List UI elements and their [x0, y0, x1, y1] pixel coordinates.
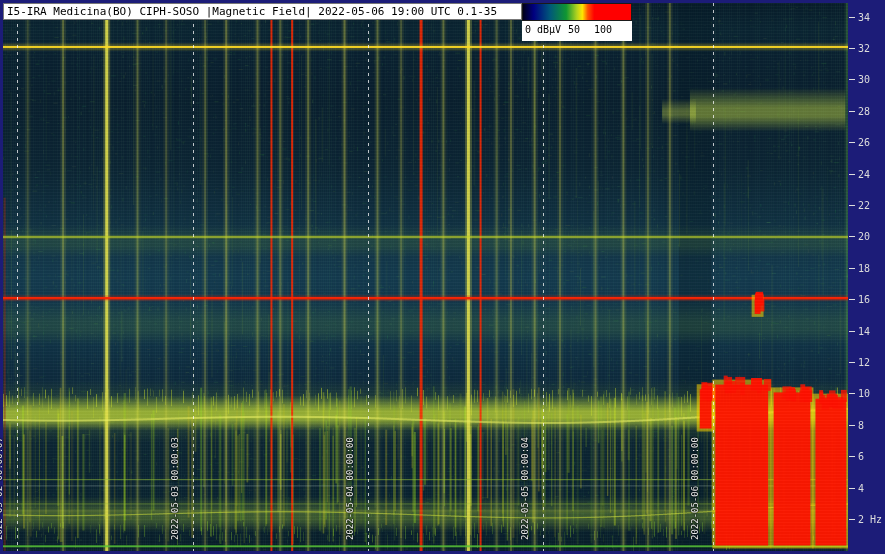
- tick-mark: [849, 174, 855, 175]
- freq-tick-label: 20: [858, 231, 870, 242]
- freq-tick-label: 34: [858, 12, 870, 23]
- freq-tick: 22: [849, 201, 870, 211]
- freq-tick: 28: [849, 106, 870, 116]
- freq-tick: 18: [849, 263, 870, 273]
- tick-mark: [849, 299, 855, 300]
- colorbar-legend: 0 dBµV 50 100: [522, 3, 632, 41]
- freq-tick: 2 Hz: [849, 515, 882, 525]
- freq-tick-label: 18: [858, 263, 870, 274]
- freq-tick-label: 22: [858, 200, 870, 211]
- freq-tick-label: 32: [858, 43, 870, 54]
- freq-tick-label: 4: [858, 483, 864, 494]
- freq-tick: 16: [849, 295, 870, 305]
- colorbar-gradient: [522, 3, 632, 21]
- tick-mark: [849, 393, 855, 394]
- tick-mark: [849, 456, 855, 457]
- tick-mark: [849, 488, 855, 489]
- freq-tick: 10: [849, 389, 870, 399]
- spectrogram-window: 2022-05-02 00:00:072022-05-03 00:00:0320…: [0, 0, 885, 554]
- freq-tick: 4: [849, 483, 864, 493]
- freq-tick: 30: [849, 75, 870, 85]
- freq-tick-label: 8: [858, 420, 864, 431]
- freq-tick: 8: [849, 420, 864, 430]
- freq-tick-label: 30: [858, 74, 870, 85]
- freq-tick-label: 2 Hz: [858, 514, 882, 525]
- tick-mark: [849, 425, 855, 426]
- frequency-axis: 343230282624222018161412108642 Hz: [848, 0, 885, 554]
- freq-tick-label: 16: [858, 294, 870, 305]
- tick-mark: [849, 142, 855, 143]
- tick-mark: [849, 362, 855, 363]
- freq-tick: 34: [849, 12, 870, 22]
- colorbar-max-label: 100: [594, 24, 612, 35]
- freq-tick: 12: [849, 358, 870, 368]
- freq-tick-label: 26: [858, 137, 870, 148]
- tick-mark: [849, 48, 855, 49]
- freq-tick: 32: [849, 44, 870, 54]
- freq-tick-label: 6: [858, 451, 864, 462]
- spectrogram-canvas: [3, 3, 848, 551]
- colorbar-scale: 0 dBµV 50 100: [522, 21, 632, 41]
- freq-tick: 26: [849, 138, 870, 148]
- plot-area: 2022-05-02 00:00:072022-05-03 00:00:0320…: [3, 3, 848, 551]
- freq-tick-label: 12: [858, 357, 870, 368]
- colorbar-mid-label: 50: [568, 24, 580, 35]
- tick-mark: [849, 519, 855, 520]
- freq-tick-label: 10: [858, 388, 870, 399]
- tick-mark: [849, 205, 855, 206]
- freq-tick-label: 24: [858, 169, 870, 180]
- freq-tick: 14: [849, 326, 870, 336]
- freq-tick: 6: [849, 452, 864, 462]
- tick-mark: [849, 268, 855, 269]
- plot-title-bar: I5-IRA Medicina(BO) CIPH-SOSO |Magnetic …: [3, 3, 522, 20]
- tick-mark: [849, 111, 855, 112]
- tick-mark: [849, 79, 855, 80]
- freq-tick: 24: [849, 169, 870, 179]
- freq-tick: 20: [849, 232, 870, 242]
- freq-tick-label: 28: [858, 106, 870, 117]
- tick-mark: [849, 17, 855, 18]
- colorbar-min-label: 0 dBµV: [525, 24, 561, 35]
- tick-mark: [849, 236, 855, 237]
- tick-mark: [849, 331, 855, 332]
- freq-tick-label: 14: [858, 326, 870, 337]
